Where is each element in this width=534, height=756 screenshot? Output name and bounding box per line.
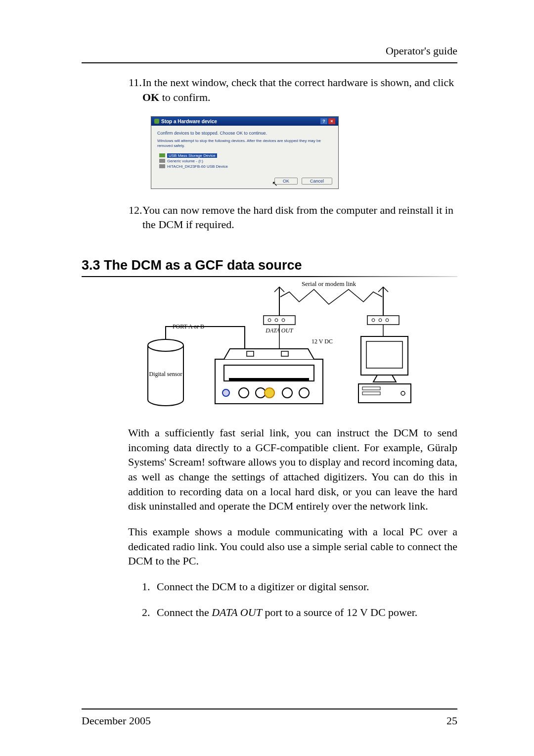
titlebar-left: Stop a Hardware device xyxy=(154,119,217,124)
dialog-body: Confirm devices to be stopped. Choose OK… xyxy=(151,126,338,188)
drive-icon xyxy=(159,164,165,168)
svg-point-19 xyxy=(222,389,229,396)
drive-icon xyxy=(159,159,165,163)
svg-rect-6 xyxy=(367,316,399,325)
bottom-rule xyxy=(82,709,457,709)
titlebar-buttons: ? × xyxy=(320,118,335,124)
list-item-2: 2. Connect the DATA OUT port to a source… xyxy=(142,605,457,620)
svg-rect-2 xyxy=(264,316,295,325)
step-11: 11. In the next window, check that the c… xyxy=(129,75,457,104)
help-button[interactable]: ? xyxy=(320,118,327,124)
step-text: In the next window, check that the corre… xyxy=(142,75,457,104)
device-row-selected[interactable]: USB Mass Storage Device xyxy=(159,153,332,158)
text-segment: port to a source of 12 V DC power. xyxy=(262,606,417,618)
close-button[interactable]: × xyxy=(328,118,335,124)
list-text: Connect the DCM to a digitizer or digita… xyxy=(157,579,369,594)
ok-bold: OK xyxy=(142,91,159,103)
dialog-button-row: OK Cancel xyxy=(157,178,332,185)
cursor-icon: ↖ xyxy=(272,180,278,188)
network-diagram: Serial or modem link DATA OUT 12 V DC PO… xyxy=(116,277,423,416)
footer-row: December 2005 25 xyxy=(82,714,457,727)
step-text: You can now remove the hard disk from th… xyxy=(142,203,457,232)
text-segment: Connect the xyxy=(157,606,212,618)
device-row[interactable]: Generic volume - (I:) xyxy=(159,159,332,163)
list-item-1: 1. Connect the DCM to a digitizer or dig… xyxy=(142,579,457,594)
device-row[interactable]: HITACHI_DK23FB-60 USB Device xyxy=(159,164,332,169)
text-segment: to confirm. xyxy=(159,91,210,103)
text-segment: In the next window, check that the corre… xyxy=(142,76,454,89)
footer-date: December 2005 xyxy=(82,714,151,727)
svg-point-11 xyxy=(148,339,183,351)
svg-rect-27 xyxy=(366,341,402,368)
page-number: 25 xyxy=(446,714,457,727)
header-right: Operator's guide xyxy=(82,45,457,57)
device-name: HITACHI_DK23FB-60 USB Device xyxy=(167,164,228,169)
footer: December 2005 25 xyxy=(82,709,457,727)
svg-rect-15 xyxy=(247,351,254,356)
usb-icon xyxy=(159,153,165,157)
top-step-list-2: 12. You can now remove the hard disk fro… xyxy=(82,203,457,232)
top-step-list: 11. In the next window, check that the c… xyxy=(82,75,457,104)
volt-label: 12 V DC xyxy=(312,338,333,345)
dialog-title: Stop a Hardware device xyxy=(161,119,217,124)
list-number: 2. xyxy=(142,605,157,620)
serial-link-label: Serial or modem link xyxy=(302,280,356,287)
device-list: USB Mass Storage Device Generic volume -… xyxy=(159,153,332,169)
paragraph-1: With a sufficiently fast serial link, yo… xyxy=(128,425,457,514)
device-name: Generic volume - (I:) xyxy=(167,159,203,163)
list-text: Connect the DATA OUT port to a source of… xyxy=(157,605,417,620)
svg-rect-16 xyxy=(281,351,288,356)
device-name: USB Mass Storage Device xyxy=(167,153,217,158)
section-heading: 3.3 The DCM as a GCF data source xyxy=(82,258,457,273)
step-number: 11. xyxy=(129,75,142,104)
numbered-list: 1. Connect the DCM to a digitizer or dig… xyxy=(142,579,457,619)
cancel-button[interactable]: Cancel xyxy=(302,178,332,185)
stop-hardware-dialog: Stop a Hardware device ? × Confirm devic… xyxy=(151,116,339,189)
diagram-container: Serial or modem link DATA OUT 12 V DC PO… xyxy=(82,277,457,416)
dialog-heading: Confirm devices to be stopped. Choose OK… xyxy=(157,131,332,136)
app-icon xyxy=(154,119,159,124)
svg-point-22 xyxy=(265,388,274,398)
sensor-label: Digital sensor xyxy=(149,371,182,378)
svg-rect-18 xyxy=(229,378,309,380)
step-12: 12. You can now remove the hard disk fro… xyxy=(129,203,457,232)
top-rule xyxy=(82,62,457,63)
paragraph-2: This example shows a module communicatin… xyxy=(128,524,457,568)
ok-button[interactable]: OK xyxy=(274,178,298,185)
dialog-subtext: Windows will attempt to stop the followi… xyxy=(157,139,332,148)
step-number: 12. xyxy=(129,203,142,232)
data-out-italic: DATA OUT xyxy=(212,606,262,618)
dialog-container: Stop a Hardware device ? × Confirm devic… xyxy=(82,116,457,189)
dialog-titlebar: Stop a Hardware device ? × xyxy=(151,117,338,126)
list-number: 1. xyxy=(142,579,157,594)
